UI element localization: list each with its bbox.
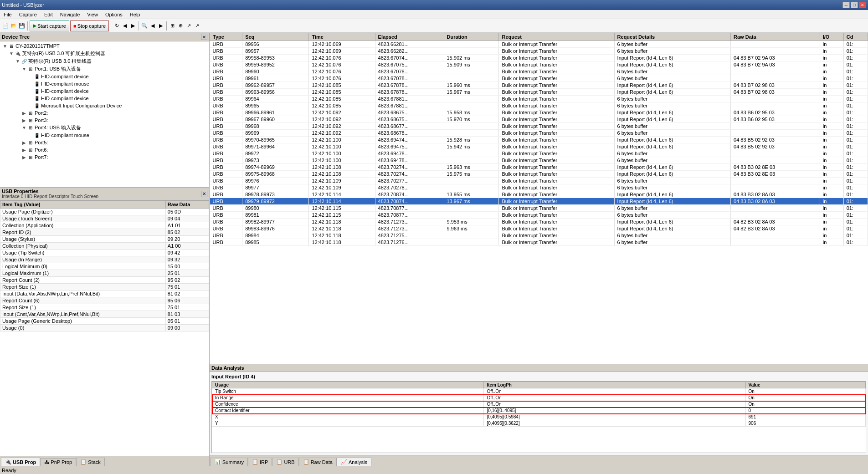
packet-row[interactable]: URB8995712:42:10.0694823.66282...Bulk or…	[210, 48, 868, 55]
analysis-row[interactable]: Y[0,4095][0.3622]906	[212, 420, 866, 427]
props-row[interactable]: Collection (Physical)A1 00	[0, 243, 209, 250]
menu-edit[interactable]: Edit	[41, 11, 56, 18]
export-icon[interactable]: ↗	[185, 22, 192, 30]
packet-row[interactable]: URB8995612:42:10.0694823.66281...Bulk or…	[210, 41, 868, 48]
props-row[interactable]: Report Count (2)95 02	[0, 277, 209, 284]
menu-options[interactable]: Options	[102, 11, 126, 18]
analysis-row[interactable]: ConfidenceOff..OnOn	[212, 401, 866, 408]
export2-icon[interactable]: ↗	[193, 22, 200, 30]
props-row[interactable]: Logical Minimum (0)15 00	[0, 263, 209, 270]
find-icon[interactable]: 🔍	[141, 22, 148, 30]
packet-row[interactable]: URB8997312:42:10.1004823.69478...Bulk or…	[210, 157, 868, 164]
col-io[interactable]: I/O	[820, 33, 843, 41]
col-type[interactable]: Type	[210, 33, 242, 41]
tree-item[interactable]: 📱HID-compliant device	[1, 73, 208, 80]
analysis-row[interactable]: X[0,4095][0.5984]691	[212, 414, 866, 420]
tab-urb[interactable]: 📋 URB	[272, 458, 298, 466]
props-row[interactable]: Collection (Application)A1 01	[0, 222, 209, 229]
forward-icon[interactable]: ▶	[129, 22, 137, 30]
minimize-button[interactable]: ─	[842, 2, 850, 8]
zoom-icon[interactable]: ⊕	[177, 22, 184, 30]
tab-usb-prop[interactable]: 🔌 USB Prop	[1, 458, 40, 466]
tree-item[interactable]: ▼🔌英特尔(R) USB 3.0 可扩展主机控制器	[1, 50, 208, 57]
save-icon[interactable]: 💾	[18, 22, 26, 30]
tab-stack[interactable]: 📋 Stack	[76, 458, 105, 466]
menu-help[interactable]: Help	[126, 11, 144, 18]
tree-item[interactable]: ▶⊞Port6:	[1, 146, 208, 153]
tree-item[interactable]: 📱Microsoft Input Configuration Device	[1, 102, 208, 109]
packet-row[interactable]: URB89974-8996912:42:10.1084823.70274...1…	[210, 164, 868, 171]
props-row[interactable]: Logical Maximum (1)25 01	[0, 270, 209, 277]
packet-row[interactable]: URB89962-8995712:42:10.0854823.67878...1…	[210, 82, 868, 89]
packet-row[interactable]: URB89966-8996112:42:10.0924823.68675...1…	[210, 109, 868, 116]
tree-item[interactable]: ▼🖥CY-20201017TMPT	[1, 42, 208, 50]
props-row[interactable]: Usage (Stylus)09 20	[0, 236, 209, 243]
tab-pnp-prop[interactable]: 🖧 PnP Prop	[40, 458, 76, 466]
packet-row[interactable]: URB8998012:42:10.1154823.70877...Bulk or…	[210, 205, 868, 212]
col-time[interactable]: Time	[309, 33, 375, 41]
packet-table-wrapper[interactable]: Type Seq Time Elapsed Duration Request R…	[210, 33, 868, 364]
tab-analysis[interactable]: 📈 Analysis	[337, 458, 371, 466]
packet-row[interactable]: URB8997712:42:10.1094823.70278...Bulk or…	[210, 184, 868, 191]
tree-item[interactable]: ▶⊞Port2:	[1, 109, 208, 117]
menu-file[interactable]: File	[0, 11, 15, 18]
col-duration[interactable]: Duration	[444, 33, 499, 41]
tree-item[interactable]: 📱HID-compliant mouse	[1, 132, 208, 139]
packet-row[interactable]: URB8996912:42:10.0924823.68678...Bulk or…	[210, 130, 868, 137]
tree-item[interactable]: ▶⊞Port5:	[1, 139, 208, 146]
col-request[interactable]: Request	[499, 33, 614, 41]
props-row[interactable]: Usage (Tip Switch)09 42	[0, 250, 209, 256]
menu-capture[interactable]: Capture	[15, 11, 41, 18]
usb-props-close[interactable]: ✕	[201, 191, 207, 197]
close-button[interactable]: ✕	[859, 2, 866, 8]
packet-row[interactable]: URB89983-8997612:42:10.1184823.71273...9…	[210, 225, 868, 232]
col-elapsed[interactable]: Elapsed	[375, 33, 444, 41]
packet-row[interactable]: URB8996112:42:10.0764823.67078...Bulk or…	[210, 75, 868, 82]
back-icon[interactable]: ◀	[121, 22, 128, 30]
find-next-icon[interactable]: ▶	[157, 22, 164, 30]
analysis-row[interactable]: Tip SwitchOff..OnOn	[212, 388, 866, 395]
new-icon[interactable]: 📄	[2, 22, 9, 30]
tree-item[interactable]: 📱HID-compliant device	[1, 95, 208, 102]
col-raw[interactable]: Raw Data	[731, 33, 820, 41]
refresh-icon[interactable]: ↻	[113, 22, 120, 30]
tab-summary[interactable]: 📊 Summary	[211, 458, 248, 466]
packet-row[interactable]: URB89958-8995312:42:10.0764823.67074...1…	[210, 55, 868, 61]
col-cd[interactable]: Cd	[843, 33, 868, 41]
props-row[interactable]: Usage (0)09 00	[0, 325, 209, 331]
stop-capture-button[interactable]: ■ Stop capture	[70, 20, 109, 31]
tree-item[interactable]: ▼⊞Port1: USB 输入设备	[1, 65, 208, 73]
filter-icon[interactable]: ⊞	[169, 22, 176, 30]
packet-row[interactable]: URB89967-8996012:42:10.0924823.68675...1…	[210, 116, 868, 123]
open-icon[interactable]: 📂	[10, 22, 17, 30]
tree-item[interactable]: ▼🔗英特尔(R) USB 3.0 根集线器	[1, 57, 208, 65]
props-row[interactable]: Usage Page (Generic Desktop)05 01	[0, 318, 209, 325]
device-tree-content[interactable]: ▼🖥CY-20201017TMPT▼🔌英特尔(R) USB 3.0 可扩展主机控…	[0, 41, 209, 187]
packet-row[interactable]: URB89970-8996512:42:10.1004823.69474...1…	[210, 137, 868, 143]
props-row[interactable]: Report ID (2)85 02	[0, 229, 209, 236]
packet-row[interactable]: URB89975-8996812:42:10.1084823.70274...1…	[210, 171, 868, 178]
data-analysis-table[interactable]: Usage Item LogPh Value Tip SwitchOff..On…	[211, 381, 866, 453]
tree-item[interactable]: ▼⊞Port4: USB 输入设备	[1, 124, 208, 132]
props-row[interactable]: Report Count (6)95 06	[0, 297, 209, 304]
props-row[interactable]: Input (Data,Var,Abs,NWrp,Lin,Pref,NNul,B…	[0, 291, 209, 297]
packet-row[interactable]: URB8996512:42:10.0854823.67881...Bulk or…	[210, 102, 868, 109]
packet-row[interactable]: URB8996412:42:10.0854823.67881...Bulk or…	[210, 96, 868, 102]
packet-row[interactable]: URB8996812:42:10.0924823.68677...Bulk or…	[210, 123, 868, 130]
tree-item[interactable]: ▶⊞Port3:	[1, 117, 208, 124]
tree-item[interactable]: 📱HID-compliant mouse	[1, 80, 208, 87]
packet-row[interactable]: URB8996012:42:10.0764823.67078...Bulk or…	[210, 68, 868, 75]
packet-row[interactable]: URB8998112:42:10.1154823.70877...Bulk or…	[210, 212, 868, 219]
tab-irp[interactable]: 📋 IRP	[248, 458, 272, 466]
col-details[interactable]: Request Details	[614, 33, 730, 41]
props-row[interactable]: Usage (Touch Screen)09 04	[0, 215, 209, 222]
col-seq[interactable]: Seq	[242, 33, 309, 41]
props-row[interactable]: Usage Page (Digitizer)05 0D	[0, 209, 209, 215]
packet-row[interactable]: URB89971-8996412:42:10.1004823.69475...1…	[210, 143, 868, 150]
packet-row[interactable]: URB89963-8995612:42:10.0854823.67878...1…	[210, 89, 868, 96]
packet-row[interactable]: URB89978-8997312:42:10.1144823.70874...1…	[210, 191, 868, 198]
analysis-row[interactable]: Contact Identifier[0,16][0..4095]0	[212, 408, 866, 414]
packet-row[interactable]: URB8997212:42:10.1004823.69478...Bulk or…	[210, 150, 868, 157]
device-tree-close[interactable]: ✕	[201, 34, 207, 40]
tab-raw-data[interactable]: 📋 Raw Data	[299, 458, 337, 466]
